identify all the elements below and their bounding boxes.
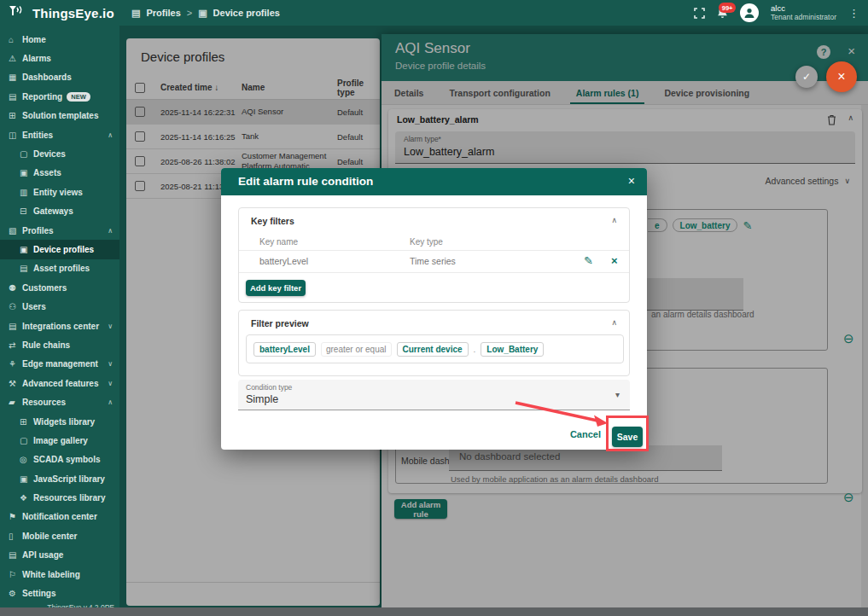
sidebar-item-label: Dashboards — [22, 73, 72, 82]
resources-icon: ▰ — [9, 398, 22, 407]
filter-entity-chip[interactable]: Current device — [397, 342, 469, 357]
user-info[interactable]: alcc Tenant administrator — [771, 4, 836, 22]
home-icon: ⌂ — [9, 35, 22, 44]
sidebar-item-label: Solution templates — [22, 111, 98, 120]
settings-icon: ⚙ — [9, 589, 22, 598]
collapse-key-filters-icon[interactable]: ∧ — [611, 216, 617, 224]
avatar[interactable] — [740, 3, 759, 22]
sidebar-item-resources-library[interactable]: ❖ Resources library — [0, 488, 119, 507]
sidebar-item-profiles[interactable]: ▧ Profiles ∧ — [0, 221, 119, 240]
sidebar-item-api-usage[interactable]: ▤ API usage — [0, 546, 119, 565]
filter-operation: greater or equal — [321, 342, 392, 357]
sidebar-item-label: Asset profiles — [33, 264, 90, 273]
sidebar-item-label: Alarms — [22, 54, 51, 63]
breadcrumb-profiles[interactable]: Profiles — [146, 8, 180, 18]
sidebar-item-label: Gateways — [33, 206, 73, 216]
breadcrumb: ▤ Profiles > ▣ Device profiles — [131, 8, 280, 19]
sidebar-item-asset-profiles[interactable]: ▤ Asset profiles — [0, 259, 119, 278]
condition-type-label: Condition type — [246, 383, 292, 392]
image-gallery-icon: ▢ — [20, 436, 33, 445]
customers-icon: ⚉ — [9, 283, 22, 293]
collapse-filter-preview-icon[interactable]: ∧ — [611, 318, 617, 327]
sidebar-item-label: JavaScript library — [33, 474, 105, 484]
brand-name: ThingsEye.io — [32, 6, 114, 20]
dialog-close-icon[interactable]: × — [628, 174, 635, 188]
fullscreen-icon[interactable] — [694, 8, 705, 19]
column-key-type: Key type — [410, 237, 443, 247]
user-name: alcc — [771, 4, 836, 14]
user-role: Tenant administrator — [771, 14, 836, 22]
more-vert-icon[interactable]: ⋮ — [848, 7, 859, 20]
sidebar-item-label: Integrations center — [22, 322, 99, 331]
sidebar-item-assets[interactable]: ▣ Assets — [0, 164, 119, 183]
sidebar-item-white-labeling[interactable]: ⚐ White labeling — [0, 565, 119, 584]
filter-value-chip[interactable]: Low_Battery — [481, 342, 544, 357]
sidebar-item-label: Notification center — [22, 512, 97, 521]
sidebar-item-solution-templates[interactable]: ⊞ Solution templates — [0, 107, 119, 125]
chevron-icon: ∨ — [108, 380, 113, 387]
sidebar-item-image-gallery[interactable]: ▢ Image gallery — [0, 431, 119, 450]
reporting-icon: ▤ — [9, 92, 22, 102]
sidebar-item-label: Customers — [22, 283, 67, 293]
chevron-icon: ∧ — [108, 398, 113, 406]
sidebar-item-label: Widgets library — [33, 417, 95, 427]
sidebar-item-gateways[interactable]: ⊟ Gateways — [0, 202, 119, 221]
sidebar-item-device-profiles[interactable]: ▣ Device profiles — [0, 240, 119, 259]
sidebar: ⌂ Home ⚠ Alarms ▦ Dashboards ▤ Re — [0, 26, 119, 607]
delete-key-filter-icon[interactable]: × — [611, 254, 618, 267]
filter-key-chip[interactable]: batteryLevel — [253, 342, 316, 357]
discard-changes-fab[interactable]: × — [826, 61, 857, 92]
widgets-library-icon: ⊞ — [20, 417, 33, 427]
notifications-bell-icon[interactable]: 99+ — [717, 7, 728, 19]
profiles-icon: ▧ — [9, 226, 22, 235]
sidebar-item-label: Rule chains — [22, 340, 70, 350]
javascript-library-icon: ▣ — [20, 474, 33, 484]
filter-preview-expression: batteryLevel greater or equal Current de… — [246, 334, 624, 363]
sidebar-item-scada-symbols[interactable]: ◎ SCADA symbols — [0, 450, 119, 469]
sidebar-item-dashboards[interactable]: ▦ Dashboards — [0, 68, 119, 87]
sidebar-item-entity-views[interactable]: ▥ Entity views — [0, 183, 119, 201]
new-badge: NEW — [67, 92, 90, 102]
sidebar-item-reporting[interactable]: ▤ Reporting NEW — [0, 87, 119, 106]
breadcrumb-profiles-icon: ▤ — [131, 8, 140, 19]
condition-type-value: Simple — [246, 393, 278, 405]
sidebar-item-alarms[interactable]: ⚠ Alarms — [0, 49, 119, 67]
sidebar-item-label: Users — [22, 302, 46, 311]
key-filter-row: batteryLevel Time series ✎ × — [239, 251, 629, 273]
sidebar-item-label: Entities — [22, 131, 53, 140]
apply-changes-fab[interactable]: ✓ — [795, 66, 818, 88]
sidebar-item-label: White labeling — [22, 570, 80, 579]
sidebar-item-label: Settings — [22, 589, 55, 598]
entity-views-icon: ▥ — [20, 188, 33, 197]
sidebar-item-javascript-library[interactable]: ▣ JavaScript library — [0, 469, 119, 488]
sidebar-item-edge-management[interactable]: ⚘ Edge management ∨ — [0, 355, 119, 374]
column-key-name: Key name — [259, 237, 298, 247]
breadcrumb-device-profiles[interactable]: Device profiles — [213, 8, 280, 18]
sidebar-item-entities[interactable]: ◫ Entities ∧ — [0, 125, 119, 144]
sidebar-item-settings[interactable]: ⚙ Settings — [0, 584, 119, 602]
sidebar-item-notification-center[interactable]: ⚑ Notification center — [0, 508, 119, 526]
sidebar-item-users[interactable]: ⚇ Users — [0, 297, 119, 316]
sidebar-item-widgets-library[interactable]: ⊞ Widgets library — [0, 412, 119, 431]
sidebar-item-mobile-center[interactable]: ▯ Mobile center — [0, 526, 119, 545]
edit-key-filter-icon[interactable]: ✎ — [584, 254, 593, 267]
dialog-header: Edit alarm rule condition × — [221, 168, 647, 195]
sidebar-item-customers[interactable]: ⚉ Customers — [0, 278, 119, 297]
sidebar-item-label: Devices — [33, 149, 66, 159]
breadcrumb-separator: > — [187, 8, 192, 18]
logo[interactable]: ThingsEye.io — [0, 4, 119, 21]
sidebar-item-home[interactable]: ⌂ Home — [0, 30, 119, 49]
sidebar-item-resources[interactable]: ▰ Resources ∧ — [0, 392, 119, 411]
sidebar-item-integrations-center[interactable]: ▤ Integrations center ∨ — [0, 317, 119, 335]
sidebar-item-label: Edge management — [22, 359, 98, 369]
sidebar-item-devices[interactable]: ▢ Devices — [0, 144, 119, 163]
add-key-filter-button[interactable]: Add key filter — [246, 280, 306, 296]
sidebar-item-rule-chains[interactable]: ⇄ Rule chains — [0, 335, 119, 354]
sidebar-item-advanced-features[interactable]: ⚒ Advanced features ∨ — [0, 374, 119, 392]
key-filters-card: Key filters ∧ Key name Key type batteryL… — [238, 207, 630, 303]
dashboards-icon: ▦ — [9, 73, 22, 82]
key-filters-heading: Key filters — [251, 216, 294, 226]
filter-separator: . — [474, 345, 476, 354]
sidebar-item-label: Resources — [22, 398, 66, 407]
sidebar-item-label: SCADA symbols — [33, 455, 101, 464]
